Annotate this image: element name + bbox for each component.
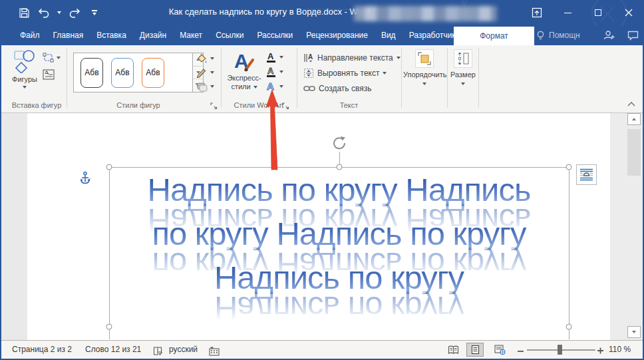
shape-effects-button[interactable] (196, 79, 214, 93)
comment-icon[interactable] (627, 31, 639, 41)
shape-style-blue[interactable]: Абв (111, 58, 134, 88)
redo-button[interactable] (68, 6, 81, 19)
resize-handle-top-left[interactable] (106, 164, 112, 170)
size-icon (456, 51, 470, 66)
tab-file[interactable]: Файл (13, 25, 47, 45)
web-layout-button[interactable] (491, 343, 508, 357)
scroll-up-button[interactable] (627, 113, 641, 125)
ribbon-tab-row: Файл Главная Вставка Дизайн Макет Ссылки… (0, 25, 644, 45)
print-layout-icon (471, 345, 480, 355)
shape-effects-icon (196, 81, 208, 92)
layout-options-button[interactable] (576, 164, 597, 185)
shape-style-orange[interactable]: Абв (142, 58, 164, 88)
save-button[interactable] (17, 6, 31, 19)
maximize-button[interactable] (583, 0, 613, 25)
tab-home[interactable]: Главная (47, 25, 90, 45)
collapse-ribbon-button[interactable] (627, 100, 636, 109)
wordart-reflection-3: Надпись по кругу (109, 291, 569, 325)
shapes-button[interactable]: Фигуры (7, 49, 43, 89)
proofing-status[interactable] (153, 345, 164, 360)
read-mode-button[interactable] (444, 343, 462, 357)
create-link-button[interactable]: Создать связь (303, 83, 371, 94)
text-fill-button[interactable]: А (266, 50, 283, 65)
scrollbar-thumb[interactable] (627, 129, 641, 176)
word-count[interactable]: Слово 12 из 21 (85, 341, 141, 359)
tab-review[interactable]: Рецензирование (299, 25, 375, 45)
svg-text:А: А (267, 66, 274, 76)
shape-fill-button[interactable] (196, 51, 214, 65)
lightbulb-icon (536, 31, 545, 41)
shape-style-black[interactable]: Абв (80, 58, 103, 88)
scroll-down-button[interactable] (627, 326, 641, 338)
textbox-right-edge[interactable] (569, 167, 569, 339)
shape-styles-dialog-launcher[interactable] (210, 102, 218, 110)
text-outline-button[interactable]: А (266, 65, 283, 79)
zoom-in-button[interactable] (597, 345, 605, 360)
textbox-left-edge[interactable] (109, 167, 110, 339)
shapes-icon (13, 49, 36, 73)
shape-outline-button[interactable] (196, 65, 214, 79)
create-link-icon (303, 85, 315, 92)
undo-button[interactable] (37, 6, 51, 19)
tab-references[interactable]: Ссылки (209, 25, 250, 45)
size-button[interactable]: Размер (448, 49, 478, 85)
close-button[interactable] (613, 0, 644, 25)
shape-outline-icon (196, 67, 208, 78)
macro-recorder[interactable] (209, 345, 220, 360)
resize-handle-top-right[interactable] (566, 164, 572, 170)
size-label: Размер (448, 71, 478, 79)
text-direction-icon: A (303, 53, 314, 63)
tabrow-right-icons (603, 25, 639, 45)
zoom-out-button[interactable] (518, 345, 524, 360)
zoom-slider-handle[interactable] (558, 345, 562, 355)
tell-me-help[interactable]: Помощн (536, 25, 580, 45)
quick-styles-label-2: стили (231, 83, 250, 91)
read-mode-icon (448, 345, 459, 355)
text-direction-label: Направление текста (317, 53, 393, 63)
web-layout-icon (494, 345, 506, 355)
align-text-icon (303, 68, 314, 79)
text-direction-button[interactable]: A Направление текста (303, 52, 401, 64)
create-link-label: Создать связь (319, 84, 371, 93)
quick-access-toolbar (17, 5, 101, 20)
quick-styles-button[interactable]: А Экспресс- стили (225, 49, 263, 91)
textbox-button[interactable] (43, 67, 61, 81)
vertical-scrollbar[interactable] (610, 113, 643, 340)
arrange-button[interactable]: Упорядочить (403, 49, 446, 85)
shapes-label: Фигуры (7, 75, 43, 84)
wordart-styles-group-label: Стили WordArt (221, 101, 297, 109)
minimize-button[interactable] (552, 0, 583, 25)
wordart-line-3[interactable]: Надпись по кругу Надпись по кругу (109, 261, 569, 294)
rotation-handle[interactable] (331, 135, 348, 152)
ribbon-display-options-button[interactable] (522, 0, 552, 25)
tab-view[interactable]: Вид (375, 25, 402, 45)
keyboard-icon (209, 347, 220, 356)
align-text-button[interactable]: Выровнять текст (303, 67, 387, 79)
resize-handle-middle-right[interactable] (566, 324, 572, 330)
align-text-label: Выровнять текст (317, 69, 379, 78)
text-group-label: Текст (297, 101, 401, 109)
undo-dropdown-caret[interactable] (57, 11, 61, 14)
title-bar: Как сделать надпись по кругу в Ворде.doc… (0, 0, 644, 25)
resize-handle-top-center[interactable] (337, 164, 343, 170)
share-person-icon[interactable] (603, 30, 615, 41)
customize-qat-button[interactable] (88, 6, 101, 19)
text-outline-icon: А (266, 66, 277, 78)
language-indicator[interactable]: русский (169, 341, 198, 359)
ribbon: Фигуры Вставка фигур Абв Абв Абв (1, 45, 643, 113)
tab-insert[interactable]: Вставка (90, 25, 133, 45)
print-layout-button[interactable] (466, 343, 484, 357)
tab-format-active[interactable]: Формат (454, 27, 534, 45)
page-indicator[interactable]: Страница 2 из 2 (12, 341, 72, 359)
resize-handle-middle-left[interactable] (106, 324, 112, 330)
edit-shape-button[interactable] (43, 51, 61, 65)
zoom-percentage[interactable]: 110 % (609, 341, 631, 359)
insert-shapes-minibuttons (43, 51, 61, 81)
wordart-line-1[interactable]: Надпись по кругу Надпись Надпись по круг… (109, 173, 569, 206)
help-label: Помощн (549, 31, 580, 40)
wordart-line-2[interactable]: по кругу Надпись по кругу по кругу Надпи… (109, 217, 569, 250)
shape-style-minibuttons (196, 51, 214, 93)
tab-layout[interactable]: Макет (173, 25, 209, 45)
tab-mailings[interactable]: Рассылки (250, 25, 299, 45)
tab-design[interactable]: Дизайн (133, 25, 173, 45)
